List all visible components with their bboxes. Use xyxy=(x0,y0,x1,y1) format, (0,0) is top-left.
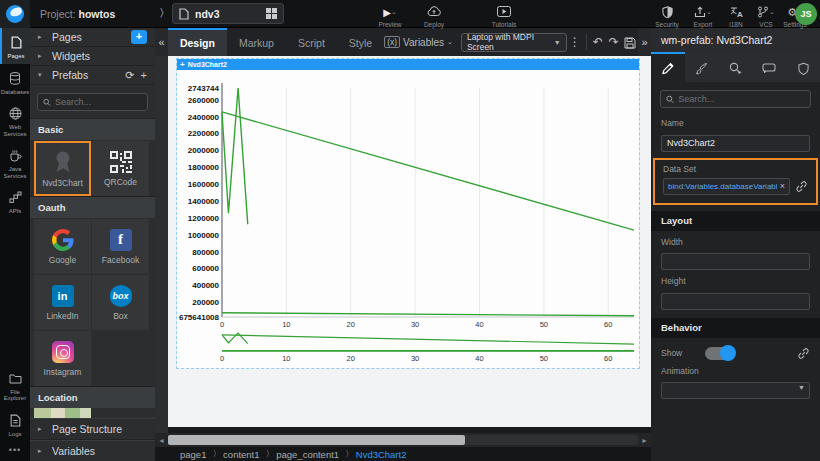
variables-button[interactable]: (x) Variables ⌄ xyxy=(384,36,453,48)
tab-properties[interactable] xyxy=(651,52,685,82)
tab-styles[interactable] xyxy=(685,52,719,82)
name-field[interactable] xyxy=(661,135,810,152)
breadcrumb-nvd3chart2[interactable]: Nvd3Chart2 xyxy=(356,449,407,460)
save-icon[interactable] xyxy=(622,35,638,49)
focus-x-tick-label: 20 xyxy=(347,354,355,363)
height-field[interactable] xyxy=(661,293,810,310)
prefab-tile-qrcode[interactable]: QRCode xyxy=(92,141,149,196)
dialogs-bubble-icon xyxy=(762,62,776,74)
rail-item-pages[interactable]: Pages xyxy=(0,28,30,64)
prefab-tile-box[interactable]: box Box xyxy=(92,275,149,330)
scroll-left-icon[interactable]: ◄ xyxy=(155,437,168,444)
tab-security[interactable] xyxy=(786,52,820,82)
scroll-right-icon[interactable]: ► xyxy=(638,437,651,444)
chart-svg: 2743744260000024000002200000200000018000… xyxy=(177,70,639,368)
rail-item-logs[interactable]: Logs xyxy=(0,406,30,442)
app-logo[interactable] xyxy=(0,0,30,28)
widget-title-bar[interactable]: + Nvd3Chart2 xyxy=(177,59,639,70)
section-variables[interactable]: ▸ Variables xyxy=(30,440,155,461)
prefab-tile-google[interactable]: Google xyxy=(34,219,91,274)
search-icon xyxy=(666,95,674,104)
preview-button[interactable]: ▶⌄ Preview xyxy=(368,2,412,28)
wavemaker-logo-icon xyxy=(6,5,24,23)
scrollbar-track[interactable] xyxy=(168,435,638,445)
x-tick-label: 40 xyxy=(475,320,483,329)
properties-search-input[interactable] xyxy=(678,94,805,104)
rail-item-file-explorer[interactable]: File Explorer xyxy=(0,364,30,406)
styles-brush-icon xyxy=(695,62,708,75)
bind-link-icon[interactable] xyxy=(795,180,808,193)
more-options-icon[interactable]: ⋮ xyxy=(567,35,583,49)
api-icon xyxy=(9,191,22,204)
y-tick-label: 1200000 xyxy=(188,214,220,223)
bind-link-icon[interactable] xyxy=(797,347,810,360)
animation-select[interactable] xyxy=(661,382,810,399)
design-page[interactable]: + Nvd3Chart2 274374426000002400000220000… xyxy=(168,56,651,427)
open-page-tab[interactable]: ndv3 xyxy=(172,3,284,24)
tutorials-button[interactable]: Tutorials xyxy=(482,2,526,28)
section-pages[interactable]: ▸ Pages + xyxy=(30,28,155,47)
collapse-right-icon[interactable]: » xyxy=(638,28,651,56)
design-canvas: + Nvd3Chart2 274374426000002400000220000… xyxy=(155,56,651,433)
collapse-left-icon[interactable]: « xyxy=(155,28,168,56)
breadcrumb-content1[interactable]: content1 xyxy=(223,449,259,460)
rail-item-apis[interactable]: APIs xyxy=(0,183,30,219)
undo-icon[interactable]: ↶ xyxy=(590,35,606,49)
rail-item-web-services[interactable]: Web Services xyxy=(0,99,30,141)
nvd3chart-widget-selection[interactable]: + Nvd3Chart2 274374426000002400000220000… xyxy=(177,59,639,368)
x-tick-label: 50 xyxy=(540,320,548,329)
y-tick-label: 2000000 xyxy=(188,146,220,155)
grid-icon[interactable] xyxy=(266,8,277,19)
properties-panel: wm-prefab: Nvd3Chart2 xyxy=(651,28,820,461)
move-handle-icon[interactable]: + xyxy=(180,60,185,69)
deploy-button[interactable]: Deploy xyxy=(412,2,456,28)
dataset-field[interactable]: bind:Variables.databaseVariable1.dataSet… xyxy=(663,178,790,195)
add-prefab-button[interactable]: + xyxy=(141,69,147,81)
add-page-button[interactable]: + xyxy=(131,30,147,44)
width-field[interactable] xyxy=(661,253,810,270)
horizontal-scrollbar[interactable]: ◄ ► xyxy=(155,433,651,447)
x-tick-label: 10 xyxy=(282,320,290,329)
scrollbar-thumb[interactable] xyxy=(168,435,465,445)
device-selector[interactable]: Laptop with MDPI Screen ▼ xyxy=(461,33,567,52)
collapsed-arrow-icon: ▸ xyxy=(38,33,46,41)
page-icon xyxy=(179,8,189,20)
user-avatar[interactable]: JS xyxy=(795,3,817,25)
breadcrumb-page-content1[interactable]: page_content1 xyxy=(276,449,339,460)
section-widgets[interactable]: ▸ Widgets xyxy=(30,47,155,66)
prefab-tile-nvd3chart[interactable]: Nvd3Chart xyxy=(34,141,91,196)
tab-events[interactable] xyxy=(719,52,753,82)
prefab-search-input[interactable] xyxy=(55,97,142,107)
prefab-tile-linkedin[interactable]: in LinkedIn xyxy=(34,275,91,330)
y-tick-label: 800000 xyxy=(192,248,219,257)
left-rail: Pages Databases Web Services Java Servic… xyxy=(0,28,30,461)
prefab-tile-map-partial[interactable] xyxy=(34,408,91,418)
show-toggle[interactable] xyxy=(705,347,735,360)
linkedin-logo-icon: in xyxy=(52,285,74,307)
topbar: Project: howtos 〉 ndv3 ▶⌄ Preview Deploy… xyxy=(0,0,820,28)
tab-markup[interactable]: Markup xyxy=(227,28,286,56)
prefab-tile-instagram[interactable]: Instagram xyxy=(34,331,91,386)
more-dots-icon[interactable]: ••• xyxy=(0,441,30,461)
play-icon: ▶ xyxy=(383,7,391,18)
prefab-tile-facebook[interactable]: f Facebook xyxy=(92,219,149,274)
redo-icon[interactable]: ↷ xyxy=(606,35,622,49)
svg-text:A: A xyxy=(737,10,743,18)
tab-script[interactable]: Script xyxy=(286,28,337,56)
tab-style[interactable]: Style xyxy=(337,28,384,56)
rail-item-java-services[interactable]: Java Services xyxy=(0,141,30,183)
nvd3-line-chart[interactable]: 2743744260000024000002200000200000018000… xyxy=(177,70,639,368)
refresh-icon[interactable]: ⟳ xyxy=(125,69,134,82)
tab-dialogs[interactable] xyxy=(752,52,786,82)
section-page-structure[interactable]: ▸ Page Structure xyxy=(30,418,155,440)
page-icon xyxy=(11,36,22,49)
dataset-binding-value: bind:Variables.databaseVariable1.dataSet xyxy=(668,182,777,191)
properties-search[interactable] xyxy=(660,90,811,108)
tab-design[interactable]: Design xyxy=(168,28,227,56)
section-prefabs[interactable]: ▾ Prefabs ⟳ + xyxy=(30,66,155,85)
prefab-search[interactable] xyxy=(37,93,148,111)
breadcrumb-page1[interactable]: page1 xyxy=(180,449,206,460)
rail-item-databases[interactable]: Databases xyxy=(0,64,30,100)
y-tick-label: 1000000 xyxy=(188,231,220,240)
clear-binding-icon[interactable]: × xyxy=(780,181,785,191)
